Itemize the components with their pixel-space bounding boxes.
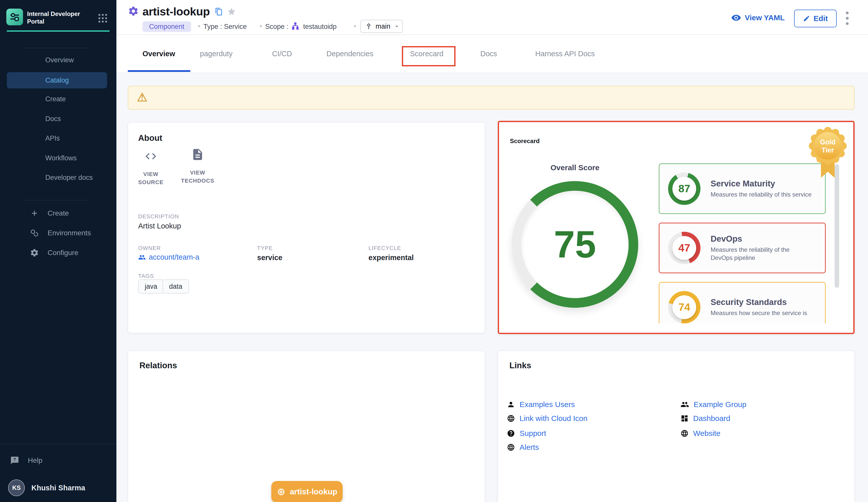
sidebar-tool-configure[interactable]: Configure (0, 245, 116, 261)
star-favorite-icon[interactable] (227, 7, 236, 16)
kebab-menu-icon[interactable] (844, 11, 851, 25)
edit-button[interactable]: Edit (794, 10, 837, 27)
check-name: Service Maturity (711, 179, 812, 189)
check-description: Measures the reliability of the DevOps p… (711, 246, 812, 262)
link-alerts[interactable]: Alerts (507, 443, 539, 452)
sidebar-item-catalog[interactable]: Catalog (7, 72, 107, 88)
tabs-divider (116, 73, 868, 73)
view-yaml-button[interactable]: View YAML (731, 13, 785, 23)
links-card: Links Examples Users Link with Cloud Ico… (498, 351, 855, 502)
user-menu[interactable]: KS Khushi Sharma (0, 480, 116, 496)
component-gear-icon (128, 6, 139, 17)
dashboard-icon (681, 414, 689, 422)
links-title: Links (509, 361, 531, 370)
scrollbar-thumb[interactable] (835, 164, 839, 288)
description-label: DESCRIPTION (138, 213, 179, 220)
owner-link[interactable]: account/team-a (138, 253, 199, 261)
portal-logo-icon (6, 9, 23, 25)
question-icon (507, 429, 515, 438)
sidebar-item-workflows[interactable]: Workflows (7, 151, 107, 165)
check-description: Measures the reliability of this service (711, 190, 812, 199)
check-score-ring: 74 (668, 291, 701, 323)
tab-cicd[interactable]: CI/CD (272, 50, 292, 58)
sidebar-item-developer-docs[interactable]: Developer docs (7, 170, 107, 185)
dot-separator: • (260, 22, 262, 30)
type-label: TYPE (257, 245, 272, 251)
tags-label: TAGS (138, 273, 154, 279)
check-card-security-standards: 74 Security Standards Measures how secur… (659, 282, 826, 323)
sidebar-item-docs[interactable]: Docs (7, 111, 107, 126)
chip-icon (277, 487, 286, 496)
description-value: Artist Lookup (138, 222, 181, 230)
view-source-action[interactable]: VIEW SOURCE (132, 150, 170, 187)
globe-icon (681, 429, 689, 438)
gear-icon (30, 248, 39, 257)
app-grid-icon[interactable] (98, 13, 108, 23)
page-header: artist-lookup Component • Type : Service… (116, 0, 868, 73)
document-icon (191, 148, 204, 161)
app-root: Internal Developer Portal Overview Catal… (0, 0, 868, 502)
about-title: About (138, 133, 162, 143)
branch-selector[interactable]: main (360, 20, 403, 33)
scope-value: testautoidp (303, 23, 337, 31)
sidebar: Internal Developer Portal Overview Catal… (0, 0, 116, 502)
check-card-service-maturity: 87 Service Maturity Measures the reliabi… (659, 163, 826, 214)
scorecard-tab-annotation-box (402, 46, 455, 66)
sidebar-item-overview[interactable]: Overview (7, 53, 107, 67)
sidebar-item-create[interactable]: Create (7, 92, 107, 107)
tab-overview[interactable]: Overview (143, 50, 175, 58)
hexagons-icon (30, 229, 39, 238)
warning-banner: ⚠ (128, 86, 855, 110)
help-button[interactable]: Help (0, 452, 116, 469)
tab-pagerduty[interactable]: pagerduty (200, 50, 232, 58)
link-with-cloud-icon[interactable]: Link with Cloud Icon (507, 414, 587, 423)
type-value: service (257, 253, 282, 262)
help-chat-icon (10, 456, 19, 465)
scope-label: Scope : (265, 23, 289, 31)
sidebar-item-apis[interactable]: APIs (7, 131, 107, 145)
gold-tier-badge: Gold Tier (806, 125, 849, 181)
person-icon (507, 400, 515, 409)
plus-icon (30, 209, 39, 218)
view-techdocs-action[interactable]: VIEW TECHDOCS (179, 148, 217, 185)
sitemap-icon (291, 22, 300, 30)
tab-docs[interactable]: Docs (480, 50, 497, 58)
kind-badge: Component (143, 21, 191, 32)
people-icon (681, 400, 689, 409)
overall-score-label: Overall Score (545, 163, 605, 172)
link-dashboard[interactable]: Dashboard (681, 414, 730, 423)
check-card-devops: 47 DevOps Measures the reliability of th… (659, 223, 826, 273)
dot-separator: • (354, 22, 356, 30)
tag-chip-java[interactable]: java (138, 279, 164, 293)
check-score-ring: 47 (668, 232, 701, 264)
code-icon (145, 150, 157, 163)
warning-icon: ⚠ (137, 90, 147, 104)
branch-icon (365, 22, 372, 30)
avatar: KS (8, 480, 25, 496)
sidebar-footer-divider (0, 444, 116, 444)
link-support[interactable]: Support (507, 429, 546, 438)
sidebar-tool-create[interactable]: Create (0, 205, 116, 221)
about-card: About VIEW SOURCE VIEW TECHDOCS DESCRIPT… (128, 122, 485, 333)
relations-card: Relations (128, 351, 485, 502)
eye-icon (731, 13, 741, 23)
pencil-icon (803, 15, 810, 22)
sidebar-divider (22, 200, 87, 200)
tab-harness-api-docs[interactable]: Harness API Docs (535, 50, 595, 58)
link-examples-users[interactable]: Examples Users (507, 400, 575, 409)
tag-chip-data[interactable]: data (163, 279, 189, 293)
copy-icon[interactable] (215, 8, 223, 16)
link-example-group[interactable]: Example Group (681, 400, 746, 409)
link-website[interactable]: Website (681, 429, 721, 438)
chevron-down-icon (393, 23, 400, 30)
tab-dependencies[interactable]: Dependencies (327, 50, 373, 58)
owner-label: OWNER (138, 245, 161, 251)
check-description: Measures how secure the service is (711, 309, 812, 317)
sidebar-tool-environments[interactable]: Environments (0, 225, 116, 241)
relations-node-artist-lookup[interactable]: artist-lookup (271, 481, 343, 502)
check-name: DevOps (711, 234, 812, 244)
people-icon (138, 253, 146, 261)
check-name: Security Standards (711, 297, 812, 307)
globe-icon (507, 443, 515, 451)
check-score-ring: 87 (668, 172, 701, 205)
